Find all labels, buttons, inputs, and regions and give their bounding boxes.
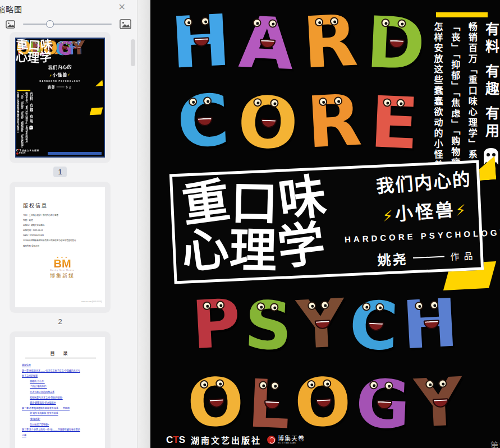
slider-thumb[interactable] [46, 20, 54, 28]
english-title: HARDCORE PSYCHOLOGY [345, 227, 500, 244]
publisher-strip: CTS 湖南文艺出版社 博集天卷BO JI TIAN JUAN [166, 434, 305, 446]
thumbnail-panel-header: 缩略图 ✕ [0, 0, 137, 16]
book-cover-page: HARD CORE PSYCH OLOGY 重口味 心理学 我们内心的 ⚡小怪兽… [16, 39, 104, 156]
pdf-reader-window: 缩略图 ✕ HARD CORE PSYCH OLOGY [0, 0, 500, 448]
monster-letter-c: C [175, 85, 231, 159]
large-thumbnail-icon[interactable] [120, 19, 131, 29]
cts-logo: CTS [166, 435, 185, 446]
monster-letter-c: C [348, 292, 400, 360]
page-number-badge-1: 1 [53, 167, 66, 177]
thumbnail-size-toolbar [0, 16, 137, 33]
monster-letter-d: D [365, 7, 426, 80]
thumbnail-page-3[interactable]: 目 录 版权信息第一章 疯狂的天才——“天才在左疯子在右”中隐藏的天才与疯子之间… [10, 332, 110, 448]
monster-letter-h: H [169, 5, 232, 78]
toc-lines: 版权信息第一章 疯狂的天才——“天才在左疯子在右”中隐藏的天才与疯子之间的秘密躁… [22, 363, 99, 438]
monster-letter-a: A [237, 7, 295, 80]
page-indicator-overlay: 第1 [490, 439, 500, 448]
bojitianjuan-logo: 博集天卷BO JI TIAN JUAN [267, 436, 305, 444]
bojitianjuan-icon [267, 436, 276, 444]
close-icon[interactable]: ✕ [118, 3, 126, 12]
publisher-name: 湖南文艺出版社 [191, 434, 262, 446]
page-view: HARD CORE PSYCH OLOGY 重口味 心理学 我们内心的 ⚡小怪兽… [150, 0, 500, 448]
monster-letter-p: P [190, 290, 242, 358]
monster-letter-l: L [247, 370, 292, 438]
panel-title: 缩略图 [0, 3, 22, 15]
monster-letter-o: O [186, 368, 245, 437]
toc-title: 目 录 [25, 349, 96, 358]
thumbnail-size-slider[interactable] [23, 20, 112, 28]
monster-letter-r: R [301, 6, 359, 79]
bm-logo: ✦ ✦ ✦ BM Bocky New Media 博集新媒 [42, 257, 82, 280]
thumbnail-cover-image: HARD CORE PSYCH OLOGY 重口味 心理学 我们内心的 ⚡小怪兽… [16, 39, 104, 156]
subtitle-line-2: ⚡小怪兽⚡ [382, 194, 469, 227]
copyright-title: 版权信息 [23, 202, 105, 209]
monster-letter-g: G [354, 370, 411, 438]
monster-letters-psych: PSYCH [153, 285, 497, 363]
monster-letter-s: S [244, 292, 294, 360]
author-works-label: 作品 [450, 248, 478, 262]
title-line-2: 心理学 [180, 221, 346, 276]
slider-track [23, 24, 112, 25]
thumbnail-page-2[interactable]: 版权信息 书名：重口味心理学：我们内心的小怪兽作者：姚尧出版社：湖南文艺出版社出… [10, 182, 110, 312]
tagline-main: 有料 有趣 有用 [483, 22, 499, 141]
title-chinese: 重口味 心理学 [182, 176, 346, 274]
page-number-2: 2 [53, 316, 66, 327]
author-row: 姚尧 作品 [377, 245, 478, 269]
monster-letter-e: E [369, 87, 420, 160]
yellow-bar-accent [436, 12, 488, 17]
panel-divider [137, 0, 150, 448]
monster-letter-r: R [305, 85, 363, 159]
subtitle-block: 我们内心的 ⚡小怪兽⚡ HARDCORE PSYCHOLOGY 姚尧 作品 [342, 168, 500, 266]
thumbnail-panel: 缩略图 ✕ HARD CORE PSYCH OLOGY [0, 0, 137, 448]
monster-letters-ology: OLOGY [153, 363, 497, 442]
lightning-icon: ⚡ [455, 201, 469, 219]
monster-letter-o: O [293, 368, 352, 437]
monster-letters-core: CORE [165, 82, 431, 161]
bm-logo-text: BM [42, 258, 82, 269]
lightning-icon: ⚡ [382, 207, 396, 225]
monster-letter-y: Y [413, 368, 465, 437]
thumbnail-watermark-strip [48, 152, 102, 155]
monster-letter-h: H [401, 289, 460, 358]
sidebar-scrollbar[interactable] [131, 39, 135, 66]
thumbnail-page-1[interactable]: HARD CORE PSYCH OLOGY 重口味 心理学 我们内心的 ⚡小怪兽… [10, 33, 110, 163]
monster-letter-y: Y [295, 290, 347, 358]
author-dash [413, 256, 444, 258]
title-banner: 重口味 心理学 我们内心的 ⚡小怪兽⚡ HARDCORE PSYCHOLOGY … [169, 160, 484, 284]
copyright-footline: www.xxx.com [0000-00-00] [81, 301, 102, 303]
book-cover-page: HARD CORE PSYCH OLOGY 重口味 心理学 我们内心的 ⚡小怪兽… [150, 0, 500, 448]
author-name: 姚尧 [377, 248, 409, 269]
small-thumbnail-icon[interactable] [6, 20, 15, 29]
monster-letters-hard: HARD [165, 2, 431, 82]
copyright-lines: 书名：重口味心理学：我们内心的小怪兽作者：姚尧出版社：湖南文艺出版社出版时间：2… [23, 213, 105, 249]
subtitle-line-1: 我们内心的 [375, 164, 473, 197]
monster-letter-o: O [236, 87, 300, 160]
